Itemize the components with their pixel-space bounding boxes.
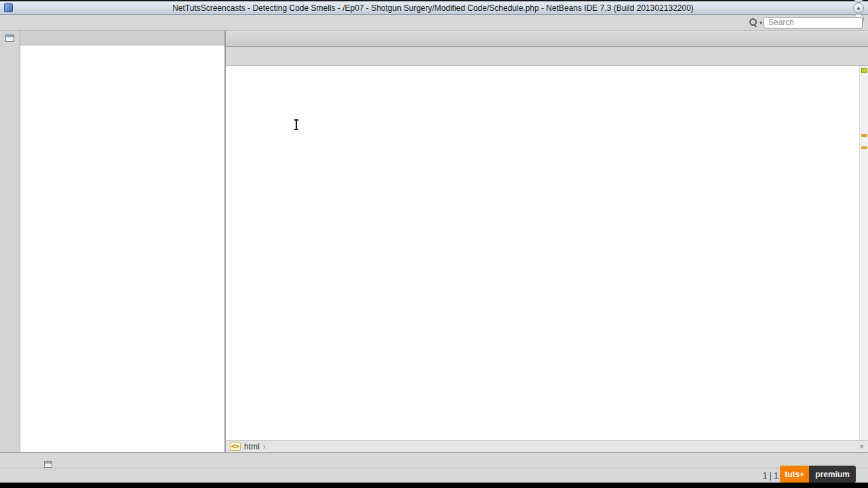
code-editor	[226, 66, 868, 440]
search-dropdown-icon[interactable]: ▾	[760, 20, 762, 26]
screen-letterbox	[0, 483, 868, 488]
maximize-button[interactable]: ▴	[853, 3, 864, 14]
window-group-icon[interactable]	[5, 35, 14, 42]
warning-mark-icon[interactable]	[861, 146, 867, 149]
watermark-brand: tuts+	[780, 466, 809, 483]
explorer-tabs	[20, 30, 224, 45]
editor-panel: <> html › ×	[226, 30, 868, 452]
menubar: ▾	[0, 15, 868, 30]
caret-position: 1 | 1	[763, 471, 778, 481]
left-dock-strip	[0, 30, 20, 452]
chevron-right-icon: ›	[263, 442, 266, 451]
search-input[interactable]	[764, 17, 863, 28]
watermark-badge: premium	[809, 466, 856, 483]
titlebar: NetTutsScreencasts - Detecting Code Smel…	[0, 0, 868, 15]
project-tree	[20, 45, 224, 452]
xml-tag-icon: <>	[230, 442, 241, 451]
editor-toolbar	[226, 47, 868, 66]
watermark: tuts+ premium	[780, 466, 856, 483]
breadcrumb: <> html › ×	[226, 440, 868, 452]
breadcrumb-close-icon[interactable]: ×	[859, 442, 864, 451]
dock-window-icon[interactable]	[44, 461, 52, 468]
quick-search: ▾	[749, 17, 863, 28]
error-stripe[interactable]	[859, 66, 868, 440]
status-square-icon[interactable]	[861, 68, 867, 73]
bottom-tab-strip	[0, 452, 868, 468]
breadcrumb-item[interactable]: html	[244, 442, 260, 451]
window-title: NetTutsScreencasts - Detecting Code Smel…	[17, 3, 849, 13]
editor-tabs	[226, 30, 868, 47]
minimize-button[interactable]: ▾	[853, 0, 864, 3]
app-icon	[4, 3, 13, 12]
projects-panel	[20, 30, 224, 452]
mouse-cursor	[296, 120, 297, 129]
main-area: <> html › ×	[0, 30, 868, 452]
statusbar: 1 | 1	[0, 468, 868, 483]
search-icon[interactable]	[749, 18, 758, 27]
warning-mark-icon[interactable]	[861, 134, 867, 137]
